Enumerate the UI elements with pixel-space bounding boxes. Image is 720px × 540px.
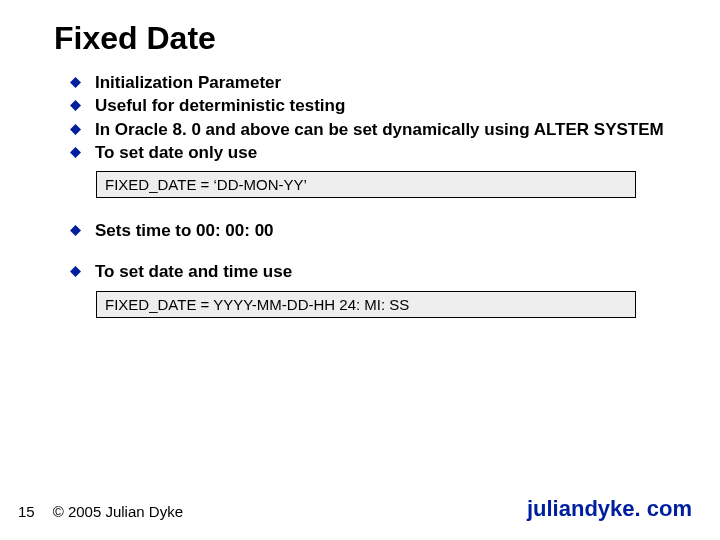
bullet-item: To set date only use (70, 142, 670, 163)
page-title: Fixed Date (54, 20, 216, 57)
bullet-text: Initialization Parameter (95, 72, 281, 93)
copyright-text: © 2005 Julian Dyke (53, 503, 183, 520)
bullet-item: Initialization Parameter (70, 72, 670, 93)
svg-rect-4 (70, 225, 81, 236)
bullet-item: Useful for deterministic testing (70, 95, 670, 116)
svg-rect-2 (70, 124, 81, 135)
bullet-item: In Oracle 8. 0 and above can be set dyna… (70, 119, 670, 140)
svg-rect-5 (70, 266, 81, 277)
diamond-bullet-icon (70, 77, 81, 88)
svg-rect-1 (70, 100, 81, 111)
bullet-text: To set date and time use (95, 261, 292, 282)
diamond-bullet-icon (70, 266, 81, 277)
spacer (70, 202, 670, 220)
code-box: FIXED_DATE = ‘DD-MON-YY’ (96, 171, 636, 198)
code-box: FIXED_DATE = YYYY-MM-DD-HH 24: MI: SS (96, 291, 636, 318)
diamond-bullet-icon (70, 124, 81, 135)
bullet-text: To set date only use (95, 142, 257, 163)
spacer (70, 243, 670, 261)
site-url: juliandyke. com (527, 496, 692, 522)
svg-rect-3 (70, 147, 81, 158)
slide-content: Initialization Parameter Useful for dete… (70, 72, 670, 322)
diamond-bullet-icon (70, 147, 81, 158)
page-number: 15 (18, 503, 35, 520)
bullet-text: In Oracle 8. 0 and above can be set dyna… (95, 119, 664, 140)
bullet-item: Sets time to 00: 00: 00 (70, 220, 670, 241)
diamond-bullet-icon (70, 225, 81, 236)
bullet-text: Useful for deterministic testing (95, 95, 345, 116)
slide: Fixed Date Initialization Parameter Usef… (0, 0, 720, 540)
diamond-bullet-icon (70, 100, 81, 111)
svg-rect-0 (70, 77, 81, 88)
bullet-item: To set date and time use (70, 261, 670, 282)
bullet-text: Sets time to 00: 00: 00 (95, 220, 274, 241)
